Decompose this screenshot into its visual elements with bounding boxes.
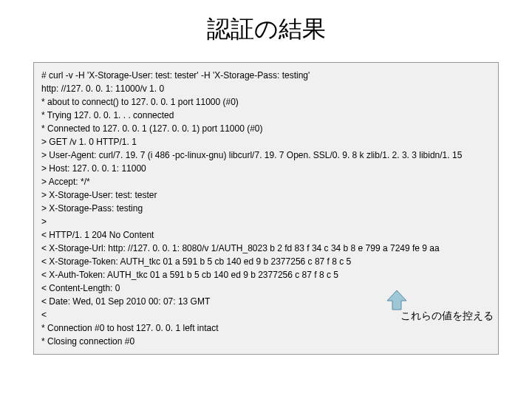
output-line: * Connected to 127. 0. 0. 1 (127. 0. 0. … bbox=[41, 122, 491, 135]
output-line: < X-Auth-Token: AUTH_tkc 01 a 591 b 5 cb… bbox=[41, 268, 491, 282]
svg-marker-0 bbox=[387, 290, 406, 310]
output-line: > Host: 127. 0. 0. 1: 11000 bbox=[41, 162, 491, 175]
output-line: http: //127. 0. 0. 1: 11000/v 1. 0 bbox=[41, 82, 491, 95]
output-line: > bbox=[41, 215, 491, 228]
annotation-label: これらの値を控える bbox=[400, 308, 494, 324]
output-line: < X-Storage-Url: http: //127. 0. 0. 1: 8… bbox=[41, 242, 491, 255]
output-line: * Closing connection #0 bbox=[41, 335, 491, 348]
output-line: < HTTP/1. 1 204 No Content bbox=[41, 228, 491, 242]
terminal-output: # curl -v -H 'X-Storage-User: test: test… bbox=[33, 62, 499, 355]
output-line: < Content-Length: 0 bbox=[41, 282, 491, 295]
output-line: > GET /v 1. 0 HTTP/1. 1 bbox=[41, 135, 491, 149]
output-line: > X-Storage-Pass: testing bbox=[41, 202, 491, 215]
output-line: > Accept: */* bbox=[41, 175, 491, 188]
page-title: 認証の結果 bbox=[0, 13, 532, 46]
output-line: # curl -v -H 'X-Storage-User: test: test… bbox=[41, 69, 491, 82]
output-line: > X-Storage-User: test: tester bbox=[41, 188, 491, 202]
output-line: * about to connect() to 127. 0. 0. 1 por… bbox=[41, 95, 491, 109]
output-line: * Trying 127. 0. 0. 1. . . connected bbox=[41, 109, 491, 122]
output-line: < X-Storage-Token: AUTH_tkc 01 a 591 b 5… bbox=[41, 255, 491, 268]
output-line: < Date: Wed, 01 Sep 2010 00: 07: 13 GMT bbox=[41, 295, 491, 308]
output-line: > User-Agent: curl/7. 19. 7 (i 486 -pc-l… bbox=[41, 149, 491, 162]
